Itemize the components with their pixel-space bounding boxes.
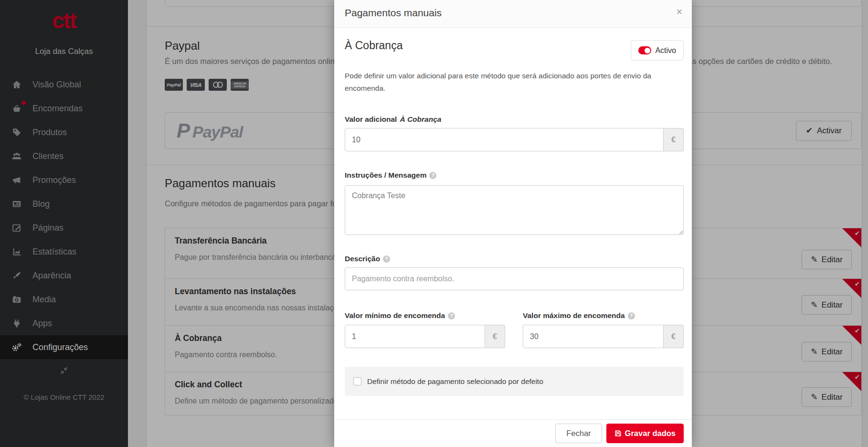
additional-value-label: Valor adicional À Cobrança — [345, 115, 441, 124]
modal-footer: Fechar Gravar dados — [334, 419, 692, 447]
euro-addon: € — [485, 325, 505, 348]
save-floppy-icon — [614, 430, 622, 437]
additional-value-input[interactable] — [345, 128, 664, 151]
modal-header: Pagamentos manuais × — [334, 0, 692, 28]
method-name-heading: À Cobrança — [345, 39, 402, 52]
save-button[interactable]: Gravar dados — [606, 424, 684, 443]
default-method-label: Definir método de pagamento selecionado … — [367, 377, 543, 386]
close-icon[interactable]: × — [676, 7, 682, 17]
max-value-label: Valor máximo de encomenda ? — [523, 311, 635, 320]
min-value-group: € — [345, 325, 505, 348]
active-toggle-button[interactable]: Activo — [631, 40, 684, 61]
manual-payment-modal: Pagamentos manuais × À Cobrança Activo P… — [334, 0, 692, 447]
default-method-panel: Definir método de pagamento selecionado … — [345, 367, 684, 396]
max-value-input[interactable] — [523, 325, 664, 348]
close-modal-button[interactable]: Fechar — [555, 424, 602, 443]
euro-addon: € — [664, 128, 684, 151]
min-value-input[interactable] — [345, 325, 485, 348]
toggle-on-icon — [638, 46, 651, 54]
additional-value-group: € — [345, 128, 684, 151]
instructions-label: Instruções / Mensagem ? — [345, 171, 436, 180]
instructions-textarea[interactable]: Cobrança Teste — [345, 185, 684, 235]
default-method-checkbox[interactable] — [353, 377, 361, 385]
description-input[interactable] — [345, 267, 684, 290]
description-label: Descrição ? — [345, 255, 390, 263]
app-root: ctt Loja das Calças Visão Global Encomen… — [0, 0, 868, 447]
modal-title: Pagamentos manuais — [345, 7, 442, 19]
help-icon[interactable]: ? — [448, 312, 455, 319]
euro-addon: € — [664, 325, 684, 348]
help-icon[interactable]: ? — [429, 172, 436, 179]
modal-intro-text: Pode definir um valor adicional para est… — [345, 70, 660, 95]
help-icon[interactable]: ? — [383, 255, 390, 263]
min-value-label: Valor mínimo de encomenda ? — [345, 311, 455, 320]
help-icon[interactable]: ? — [628, 312, 635, 319]
max-value-group: € — [523, 325, 684, 348]
